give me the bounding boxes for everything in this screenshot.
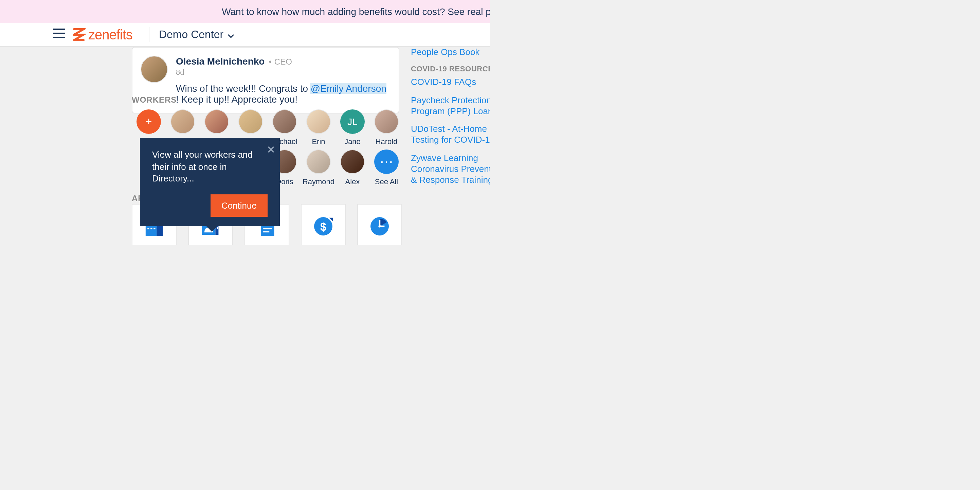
sidebar-link[interactable]: COVID-19 FAQs (411, 77, 490, 88)
header-bar: zenefits Demo Center 14 days left in dem… (0, 23, 490, 47)
worker-item[interactable]: Alex (336, 145, 369, 185)
clock-icon (368, 214, 392, 239)
sidebar: People Ops Book COVID-19 RESOURCES COVID… (411, 47, 490, 193)
svg-rect-26 (263, 228, 272, 229)
worker-name: Alex (345, 177, 360, 185)
svg-rect-3 (53, 33, 65, 34)
avatar (141, 56, 168, 83)
worker-item[interactable]: Raymond (302, 145, 336, 185)
sidebar-link[interactable]: Paycheck Protection Program (PPP) Loan (411, 95, 490, 117)
dollar-icon: $ (311, 214, 336, 239)
svg-rect-16 (147, 228, 149, 229)
worker-item[interactable]: Harold (369, 105, 403, 145)
plus-icon: + (137, 109, 161, 134)
mention[interactable]: @Emily Anderson (311, 83, 387, 94)
avatar (374, 109, 399, 134)
ellipsis-icon: ⋯ (374, 150, 399, 174)
worker-item[interactable]: JL Jane (336, 105, 369, 145)
sidebar-link[interactable]: Zywave Learning Coronavirus Prevention &… (411, 153, 490, 186)
worker-name: See All (375, 177, 398, 185)
sidebar-heading: COVID-19 RESOURCES (411, 65, 490, 73)
svg-rect-27 (263, 231, 269, 232)
worker-name: Jane (344, 137, 361, 145)
menu-icon[interactable] (53, 29, 65, 41)
close-icon[interactable] (267, 144, 274, 156)
section-label-workers: WORKERS (132, 95, 177, 105)
svg-rect-2 (53, 29, 65, 30)
post-time: 8d (176, 68, 390, 76)
post-text: ! Keep it up!! Appreciate you! (176, 94, 298, 105)
avatar-initials: JL (340, 109, 365, 134)
nav-dropdown[interactable]: Demo Center (159, 29, 234, 41)
worker-item[interactable]: Erin (302, 105, 336, 145)
logo-mark-icon (73, 28, 86, 41)
svg-rect-18 (153, 228, 155, 229)
avatar (170, 109, 195, 134)
onboarding-tooltip: View all your workers and their info at … (140, 138, 280, 226)
post-author: Olesia Melnichenko (176, 56, 264, 67)
divider (149, 27, 150, 42)
worker-name: Harold (375, 137, 398, 145)
app-card-payroll[interactable]: $ Payroll (301, 204, 346, 245)
logo[interactable]: zenefits (73, 27, 132, 43)
post-body: Wins of the week!!! Congrats to @Emily A… (176, 83, 390, 105)
worker-name: Erin (312, 137, 325, 145)
avatar (239, 109, 263, 134)
see-all-workers-button[interactable]: ⋯ See All (369, 145, 403, 185)
nav-label: Demo Center (159, 29, 223, 41)
avatar (272, 109, 297, 134)
avatar (306, 150, 331, 174)
continue-button[interactable]: Continue (210, 194, 267, 217)
worker-name: Raymond (302, 177, 334, 185)
post-role: CEO (269, 57, 292, 67)
avatar (306, 109, 331, 134)
avatar (204, 109, 229, 134)
svg-text:$: $ (320, 221, 326, 233)
svg-rect-17 (150, 228, 152, 229)
promo-banner: Want to know how much adding benefits wo… (0, 0, 490, 23)
chevron-down-icon (228, 29, 234, 41)
post-text: Wins of the week!!! Congrats to (176, 83, 311, 94)
svg-rect-4 (53, 37, 65, 38)
app-card-time-attendance[interactable]: Time & Attendance (357, 204, 402, 245)
sidebar-link[interactable]: People Ops Book (411, 47, 490, 58)
tooltip-text: View all your workers and their info at … (152, 149, 267, 185)
logo-text: zenefits (88, 27, 132, 43)
banner-text: Want to know how much adding benefits wo… (222, 6, 490, 17)
sidebar-link[interactable]: UDoTest - At-Home Testing for COVID-19 (411, 124, 490, 146)
avatar (340, 150, 365, 174)
